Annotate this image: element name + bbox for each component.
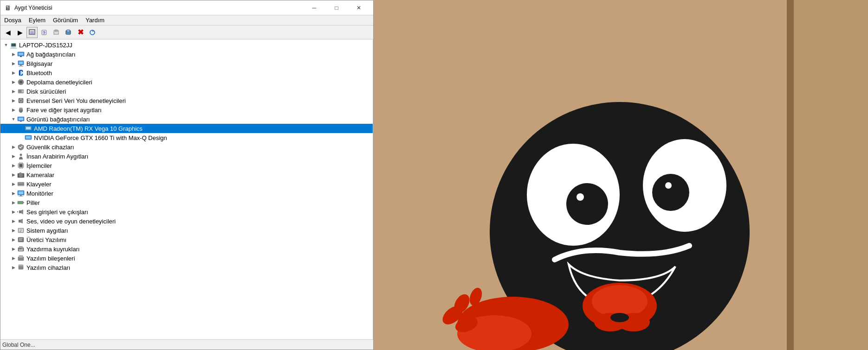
expand-softdev[interactable]: ▶ bbox=[10, 264, 17, 271]
monitor-icon bbox=[17, 190, 25, 197]
camera-label: Kameralar bbox=[26, 172, 54, 178]
tree-item-softdev[interactable]: ▶ Yazılım cihazları bbox=[0, 263, 373, 272]
expand-nvidia bbox=[17, 134, 25, 141]
expand-hid[interactable]: ▶ bbox=[10, 153, 17, 160]
tree-item-network[interactable]: ▶ Ağ bağdaştırıcıları bbox=[0, 50, 373, 59]
svg-point-104 bbox=[577, 193, 584, 201]
expand-audio-video[interactable]: ▶ bbox=[10, 217, 17, 225]
expand-storage[interactable]: ▶ bbox=[10, 78, 17, 86]
tree-item-system[interactable]: ▶ Sistem aygıtları bbox=[0, 226, 373, 235]
svg-rect-58 bbox=[21, 183, 22, 184]
status-bar: Global One... bbox=[0, 339, 373, 350]
tree-item-monitors[interactable]: ▶ Monitörler bbox=[0, 189, 373, 198]
minimize-button[interactable]: ─ bbox=[304, 1, 325, 15]
tree-item-audio-video[interactable]: ▶ Ses, video ve oyun denetleyicileri bbox=[0, 216, 373, 226]
content-area: ▼ 💻 LAPTOP-JDS152JJ ▶ Ağ bağdaştırıcılar… bbox=[0, 39, 373, 339]
nvidia-icon bbox=[25, 134, 32, 141]
tree-item-battery[interactable]: ▶ Piller bbox=[0, 198, 373, 207]
tree-item-amd[interactable]: AMD Radeon(TM) RX Vega 10 Graphics bbox=[0, 124, 373, 133]
bilgisayar-icon bbox=[17, 60, 25, 67]
tree-item-firmware[interactable]: ▶ Üretici Yazılımı bbox=[0, 235, 373, 244]
up-button[interactable] bbox=[26, 27, 38, 38]
expand-amd bbox=[17, 125, 25, 132]
tree-item-mouse[interactable]: ▶ Fare ve diğer işaret aygıtları bbox=[0, 105, 373, 115]
svg-rect-91 bbox=[19, 265, 23, 267]
expand-network[interactable]: ▶ bbox=[10, 51, 17, 58]
window-title: Aygıt Yöneticisi bbox=[14, 5, 52, 11]
window-icon: 🖥 bbox=[4, 4, 12, 12]
monitors-label: Monitörler bbox=[26, 190, 53, 197]
tree-item-display[interactable]: ▼ Görüntü bağdaştırıcıları bbox=[0, 115, 373, 124]
tool3-button[interactable]: ? bbox=[39, 27, 50, 38]
svg-rect-94 bbox=[791, 0, 868, 350]
expand-disk[interactable]: ▶ bbox=[10, 88, 17, 95]
expand-audio-io[interactable]: ▶ bbox=[10, 208, 17, 216]
svg-rect-79 bbox=[19, 238, 23, 239]
tree-item-keyboard[interactable]: ▶ Klavyeler bbox=[0, 179, 373, 189]
expand-keyboard[interactable]: ▶ bbox=[10, 180, 17, 188]
svg-rect-57 bbox=[19, 183, 20, 184]
tree-item-security[interactable]: ▶ Güvenlik cihazları bbox=[0, 142, 373, 152]
expand-display[interactable]: ▼ bbox=[10, 115, 17, 123]
back-button[interactable]: ◀ bbox=[2, 27, 13, 38]
tree-item-hid[interactable]: ▶ İnsan Arabirim Aygıtları bbox=[0, 152, 373, 161]
cartoon-svg bbox=[374, 0, 868, 350]
expand-computer[interactable]: ▶ bbox=[10, 60, 17, 67]
svg-rect-10 bbox=[19, 53, 23, 55]
svg-rect-88 bbox=[19, 255, 23, 258]
menu-bar: Dosya Eylem Görünüm Yardım bbox=[0, 15, 373, 25]
display-label: Görüntü bağdaştırıcıları bbox=[26, 116, 90, 123]
tree-item-audio-io[interactable]: ▶ Ses girişleri ve çıkışları bbox=[0, 207, 373, 216]
computer-icon: 💻 bbox=[10, 41, 17, 49]
menu-dosya[interactable]: Dosya bbox=[0, 15, 25, 25]
usb-icon bbox=[17, 97, 25, 104]
amd-label: AMD Radeon(TM) RX Vega 10 Graphics bbox=[34, 125, 143, 132]
expand-root[interactable]: ▼ bbox=[2, 41, 10, 49]
tree-root[interactable]: ▼ 💻 LAPTOP-JDS152JJ bbox=[0, 40, 373, 50]
svg-rect-54 bbox=[19, 172, 21, 174]
menu-gorunum[interactable]: Görünüm bbox=[49, 15, 82, 25]
tree-item-nvidia[interactable]: NVIDIA GeForce GTX 1660 Ti with Max-Q De… bbox=[0, 133, 373, 142]
svg-rect-35 bbox=[26, 136, 31, 139]
storage-label: Depolama denetleyicileri bbox=[26, 79, 92, 86]
tree-item-storage[interactable]: ▶ Depolama denetleyicileri bbox=[0, 77, 373, 87]
hid-label: İnsan Arabirim Aygıtları bbox=[26, 153, 88, 160]
svg-rect-83 bbox=[19, 246, 23, 248]
maximize-button[interactable]: □ bbox=[326, 1, 347, 15]
tree-item-softcomp[interactable]: ▶ Yazılım bileşenleri bbox=[0, 254, 373, 263]
tree-item-usb[interactable]: ▶ Evrensel Seri Veri Yolu denetleyiciler… bbox=[0, 96, 373, 105]
svg-rect-62 bbox=[19, 191, 23, 194]
svg-point-107 bbox=[592, 285, 648, 318]
tree-item-processor[interactable]: ▶ İşlemciler bbox=[0, 161, 373, 170]
expand-battery[interactable]: ▶ bbox=[10, 199, 17, 206]
expand-firmware[interactable]: ▶ bbox=[10, 236, 17, 243]
expand-monitors[interactable]: ▶ bbox=[10, 190, 17, 197]
svg-rect-11 bbox=[20, 56, 22, 57]
tree-item-camera[interactable]: ▶ Kameralar bbox=[0, 170, 373, 179]
tree-view[interactable]: ▼ 💻 LAPTOP-JDS152JJ ▶ Ağ bağdaştırıcılar… bbox=[0, 39, 373, 339]
forward-button[interactable]: ▶ bbox=[14, 27, 26, 38]
expand-security[interactable]: ▶ bbox=[10, 143, 17, 151]
tree-item-print[interactable]: ▶ Yazdırma kuyrukları bbox=[0, 244, 373, 254]
amd-icon bbox=[25, 125, 32, 132]
menu-eylem[interactable]: Eylem bbox=[25, 15, 49, 25]
expand-softcomp[interactable]: ▶ bbox=[10, 255, 17, 262]
tree-item-computer[interactable]: ▶ Bilgisayar bbox=[0, 59, 373, 68]
menu-yardim[interactable]: Yardım bbox=[82, 15, 108, 25]
tree-item-bluetooth[interactable]: ▶ Bluetooth bbox=[0, 68, 373, 77]
expand-print[interactable]: ▶ bbox=[10, 245, 17, 253]
expand-bluetooth[interactable]: ▶ bbox=[10, 69, 17, 76]
expand-camera[interactable]: ▶ bbox=[10, 171, 17, 178]
tool4-button[interactable] bbox=[51, 27, 62, 38]
expand-usb[interactable]: ▶ bbox=[10, 97, 17, 104]
computer-button[interactable] bbox=[63, 27, 74, 38]
svg-rect-60 bbox=[18, 184, 24, 185]
close-button[interactable]: ✕ bbox=[348, 1, 369, 15]
svg-rect-76 bbox=[19, 230, 22, 231]
refresh-button[interactable] bbox=[87, 27, 98, 38]
expand-mouse[interactable]: ▶ bbox=[10, 106, 17, 114]
delete-button[interactable]: ✖ bbox=[75, 27, 86, 38]
expand-processor[interactable]: ▶ bbox=[10, 162, 17, 169]
expand-system[interactable]: ▶ bbox=[10, 227, 17, 234]
tree-item-disk[interactable]: ▶ Disk sürücüleri bbox=[0, 87, 373, 96]
